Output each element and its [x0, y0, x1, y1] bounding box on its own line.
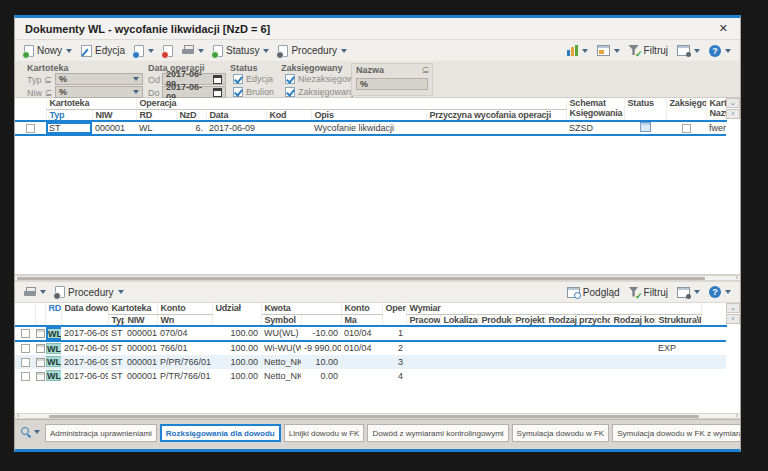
preview-button[interactable]: Podgląd [563, 285, 624, 300]
posting-row[interactable]: WL 2017-06-09 ST 000001 766/01 100.00 Wi… [15, 341, 726, 355]
postings-table: RD Data dowodu Kartoteka Konto Udział Kw… [15, 303, 727, 383]
preview-icon [567, 287, 580, 298]
statuses-button[interactable]: Statusy [209, 43, 273, 59]
close-button[interactable]: ✕ [717, 22, 730, 35]
bottom-tab[interactable]: Symulacja dowodu w FK [512, 424, 610, 442]
typ-filter-select[interactable]: % [55, 73, 143, 85]
select-all-column[interactable] [15, 98, 46, 121]
scroll-left-button[interactable]: ‹ [726, 109, 740, 119]
col-header-projekt[interactable]: Projekt [512, 314, 545, 326]
col-header-pracownicy[interactable]: Pracownicy [406, 314, 440, 326]
group-header-kwota[interactable]: Kwota [261, 303, 341, 314]
scroll-right-arrow[interactable]: › [736, 274, 738, 281]
col-header-udzial[interactable]: Udział [212, 303, 261, 326]
group-header-kartoteka[interactable]: Kartoteka [46, 98, 136, 109]
bottom-tab[interactable]: Linijki dowodu w FK [284, 424, 365, 442]
new-document-button[interactable]: Nowy [20, 43, 76, 59]
col-header-kwota-value[interactable] [301, 314, 341, 326]
nazwa-filter-input[interactable]: % [356, 78, 428, 90]
documents-grid-scrollbar[interactable]: › [15, 275, 740, 281]
col-header-kartoteka-nazwa[interactable]: KartoNazw [706, 98, 726, 121]
scroll-left-button[interactable]: ‹ [726, 314, 740, 324]
edit-button[interactable]: Edycja [77, 43, 129, 59]
row-checkbox[interactable] [21, 344, 30, 353]
col-header-kod[interactable]: Kod [266, 109, 311, 121]
col-header-ma[interactable]: Ma [341, 314, 382, 326]
tab-list-button[interactable] [18, 424, 42, 439]
subset-icon: ⊆ [45, 88, 53, 98]
col-header-typ[interactable]: Typ [46, 109, 92, 121]
help-button[interactable]: ? [705, 43, 735, 59]
col-header-typ[interactable]: Typ [108, 314, 124, 326]
col-header-zaksiegowany[interactable]: Zaksięgowa [666, 98, 706, 121]
document-row[interactable]: ST 000001 WL 6. 2017-06-09 Wycofanie lik… [15, 121, 726, 135]
group-header-konto-wn[interactable]: Konto [157, 303, 212, 314]
col-header-data-dowodu[interactable]: Data dowodu [61, 303, 108, 326]
posting-row[interactable]: WL 2017-06-09 ST 000001 070/04 100.00 WU… [15, 326, 726, 341]
row-checkbox[interactable] [26, 124, 35, 133]
bottom-tab[interactable]: Dowód z wymiarami kontrolingowymi [367, 424, 508, 442]
delete-document-button[interactable] [159, 43, 177, 59]
layout-button[interactable] [673, 43, 704, 58]
cell-status [624, 121, 666, 135]
column-chooser-button[interactable]: ⌄ [726, 303, 740, 313]
open-document-button[interactable] [130, 43, 158, 59]
bottom-tab[interactable]: Symulacja dowodu w FK z wymiarami [612, 424, 740, 442]
posting-row[interactable]: WL 2017-06-09 ST 000001 P/PR/766/01 100.… [15, 355, 726, 369]
group-header-konto-ma[interactable]: Konto [341, 303, 382, 314]
filter-button[interactable]: Filtruj [625, 43, 672, 58]
scroll-right-arrow[interactable]: › [736, 412, 738, 419]
col-header-struktura[interactable]: Struktura\Dzi [655, 314, 701, 326]
detail-layout-button[interactable] [673, 285, 704, 300]
detail-print-button[interactable] [20, 285, 50, 300]
zaksiegowany-checkbox[interactable] [682, 124, 691, 133]
col-header-niw[interactable]: NIW [92, 109, 136, 121]
col-header-rd[interactable]: RD [136, 109, 176, 121]
niw-filter-select[interactable]: % [55, 86, 143, 98]
procedures-button[interactable]: Procedury [274, 43, 351, 59]
col-header-operacja[interactable]: Operacja [382, 303, 406, 326]
bottom-tab[interactable]: Administracja uprawnieniami [45, 424, 157, 442]
detail-filter-button[interactable]: Filtruj [625, 285, 672, 300]
scrollbar-thumb[interactable] [49, 415, 699, 418]
date-to-field[interactable]: 2017-06-09 [162, 86, 226, 98]
detail-procedures-button[interactable]: Procedury [51, 284, 128, 300]
row-checkbox[interactable] [21, 329, 30, 338]
col-header-rodzaj-kosztow[interactable]: Rodzaj kosztów [610, 314, 655, 326]
chevron-down-icon [133, 77, 139, 81]
group-header-wymiar[interactable]: Wymiar [406, 303, 701, 314]
row-checkbox[interactable] [21, 372, 30, 381]
group-header-kartoteka[interactable]: Kartoteka [108, 303, 157, 314]
magnifier-icon [20, 426, 31, 437]
col-header-nzd[interactable]: NzD [176, 109, 206, 121]
zaksiegowany-checkbox[interactable]: Zaksięgowany [285, 87, 356, 97]
group-header-operacja[interactable]: Operacja [136, 98, 566, 109]
postings-grid-scrollbar[interactable]: ‹ › [15, 413, 740, 419]
posting-row[interactable]: WL 2017-06-09 ST 000001 P/TR/766/01 100.… [15, 369, 726, 383]
col-header-status[interactable]: Status [624, 98, 666, 121]
col-header-przyczyna[interactable]: Przyczyna wycofania operacji [426, 109, 566, 121]
col-header-produkty[interactable]: Produkty [478, 314, 512, 326]
detail-help-button[interactable]: ? [705, 284, 735, 300]
cell-lokalizacja [440, 369, 478, 383]
select-all-column[interactable] [15, 303, 35, 326]
chart-button[interactable] [563, 43, 592, 58]
row-checkbox[interactable] [21, 358, 30, 367]
col-header-opis[interactable]: Opis [311, 109, 426, 121]
view-button[interactable] [593, 43, 624, 58]
status-brulion-checkbox[interactable]: Brulion [233, 87, 274, 97]
col-header-rodzaj-przychodow[interactable]: Rodzaj przychodów [545, 314, 610, 326]
status-edycja-checkbox[interactable]: Edycja [233, 74, 273, 84]
column-chooser-button[interactable]: ⌄ [726, 98, 740, 108]
col-header-rd[interactable]: RD [45, 303, 61, 326]
col-header-lokalizacja[interactable]: Lokalizacja [440, 314, 478, 326]
print-button[interactable] [178, 43, 208, 58]
col-header-data[interactable]: Data [206, 109, 266, 121]
scrollbar-thumb[interactable] [17, 277, 705, 280]
col-header-schemat[interactable]: SchematKsięgowania [566, 98, 624, 121]
col-header-symbol[interactable]: Symbol [261, 314, 301, 326]
col-header-wn[interactable]: Wn [157, 314, 212, 326]
scroll-left-arrow[interactable]: ‹ [17, 412, 19, 419]
bottom-tab[interactable]: Rozksięgowania dla dowodu [160, 424, 281, 442]
col-header-niw[interactable]: NIW [124, 314, 157, 326]
